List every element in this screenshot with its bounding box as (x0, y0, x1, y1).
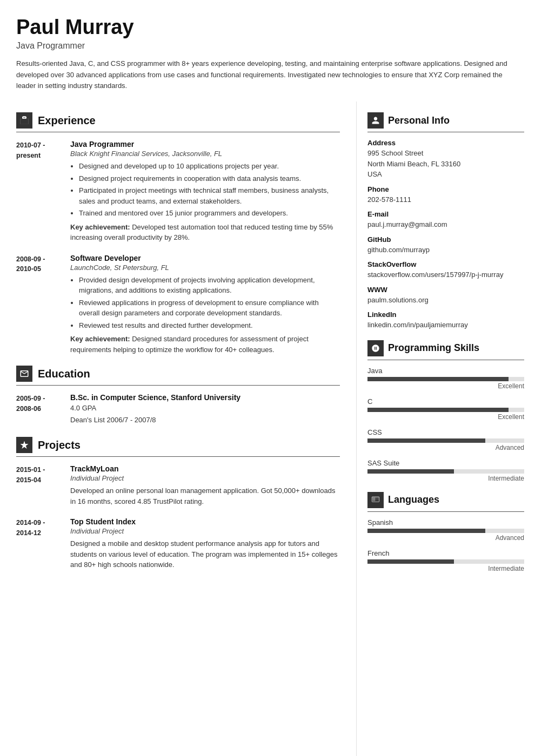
deans-list-1: Dean's List 2006/7 - 2007/8 (70, 415, 340, 426)
education-entry-1: 2005-09 - 2008-06 B.Sc. in Computer Scie… (16, 393, 340, 426)
project-type-2: Individual Project (70, 527, 340, 535)
company-1: Black Knight Financial Services, Jackson… (70, 150, 340, 158)
projects-icon (16, 437, 32, 453)
project-date-2: 2014-09 - 2014-12 (16, 517, 65, 570)
experience-entry-2: 2008-09 - 2010-05 Software Developer Lau… (16, 254, 340, 355)
project-body-1: TrackMyLoan Individual Project Developed… (70, 464, 340, 507)
candidate-title: Java Programmer (16, 41, 519, 51)
personal-email: E-mail paul.j.murray@gmail.com (367, 210, 524, 230)
skill-fill-css (367, 438, 485, 443)
bullets-1: Designed and developed up to 10 applicat… (70, 161, 340, 219)
project-title-2: Top Student Index (70, 517, 340, 526)
experience-date-2: 2008-09 - 2010-05 (16, 254, 65, 355)
experience-date-1: 2010-07 - present (16, 140, 65, 243)
experience-entry-1: 2010-07 - present Java Programmer Black … (16, 140, 340, 243)
education-date-1: 2005-09 - 2008-06 (16, 393, 65, 426)
personal-info-title: Personal Info (388, 115, 450, 126)
skill-fill-java (367, 377, 509, 381)
skills-section-header: Programming Skills (367, 340, 524, 360)
skill-bar-java (367, 377, 524, 381)
lang-bar-french (367, 559, 524, 564)
personal-address-label: Address 995 School StreetNorth Miami Bea… (367, 139, 524, 180)
skill-css: CSS Advanced (367, 428, 524, 451)
project-type-1: Individual Project (70, 474, 340, 482)
experience-section-header: Experience (16, 112, 340, 132)
personal-phone: Phone 202-578-1111 (367, 185, 524, 205)
skill-bar-css (367, 438, 524, 443)
skill-c: C Excellent (367, 397, 524, 421)
project-date-1: 2015-01 - 2015-04 (16, 464, 65, 507)
skill-bar-sas (367, 469, 524, 474)
skill-sas: SAS Suite Intermediate (367, 459, 524, 482)
key-achievement-1: Key achievement: Developed test automati… (70, 222, 340, 243)
bullet-1-4: Trained and mentored over 15 junior prog… (79, 208, 340, 219)
skills-icon (367, 340, 384, 356)
left-column: Experience 2010-07 - present Java Progra… (0, 102, 357, 756)
personal-github: GitHub github.com/murrayp (367, 235, 524, 255)
bullet-2-1: Provided design development of projects … (79, 275, 340, 296)
languages-section-header: Languages (367, 492, 524, 512)
skill-fill-sas (367, 469, 454, 474)
key-achievement-2: Key achievement: Designed standard proce… (70, 334, 340, 355)
personal-stackoverflow: StackOverflow stackoverflow.com/users/15… (367, 260, 524, 280)
personal-linkedin: LinkedIn linkedin.com/in/pauljamiemurray (367, 310, 524, 330)
resume-container: Paul Murray Java Programmer Results-orie… (0, 0, 535, 756)
projects-title: Projects (38, 439, 81, 451)
candidate-name: Paul Murray (16, 16, 519, 39)
gpa-1: 4.0 GPA (70, 403, 340, 414)
project-desc-1: Developed an online personal loan manage… (70, 485, 340, 507)
languages-icon (367, 492, 384, 508)
degree-1: B.Sc. in Computer Science, Stanford Univ… (70, 393, 340, 402)
personal-info-icon (367, 112, 384, 129)
experience-body-1: Java Programmer Black Knight Financial S… (70, 140, 340, 243)
personal-info-header: Personal Info (367, 112, 524, 132)
svg-rect-5 (23, 117, 26, 118)
education-title: Education (38, 368, 90, 380)
personal-address-value: 995 School StreetNorth Miami Beach, FL 3… (367, 148, 524, 180)
skill-java: Java Excellent (367, 367, 524, 390)
bullet-1-1: Designed and developed up to 10 applicat… (79, 161, 340, 172)
personal-www: WWW paulm.solutions.org (367, 286, 524, 306)
right-column: Personal Info Address 995 School StreetN… (357, 102, 535, 756)
lang-bar-spanish (367, 529, 524, 533)
project-title-1: TrackMyLoan (70, 464, 340, 473)
project-entry-2: 2014-09 - 2014-12 Top Student Index Indi… (16, 517, 340, 570)
project-entry-1: 2015-01 - 2015-04 TrackMyLoan Individual… (16, 464, 340, 507)
bullet-2-2: Reviewed applications in progress of dev… (79, 298, 340, 319)
skill-fill-c (367, 408, 509, 412)
project-body-2: Top Student Index Individual Project Des… (70, 517, 340, 570)
lang-spanish: Spanish Advanced (367, 518, 524, 542)
bullet-2-3: Reviewed test results and directed furth… (79, 320, 340, 331)
lang-fill-spanish (367, 529, 485, 533)
company-2: LaunchCode, St Petersburg, FL (70, 264, 340, 272)
bullets-2: Provided design development of projects … (70, 275, 340, 331)
job-title-2: Software Developer (70, 254, 340, 262)
projects-section-header: Projects (16, 437, 340, 457)
lang-french: French Intermediate (367, 549, 524, 572)
education-section-header: Education (16, 366, 340, 386)
svg-rect-4 (21, 118, 29, 124)
languages-title: Languages (388, 494, 439, 505)
education-body-1: B.Sc. in Computer Science, Stanford Univ… (70, 393, 340, 426)
experience-icon (16, 112, 32, 129)
lang-fill-french (367, 559, 454, 564)
candidate-summary: Results-oriented Java, C, and CSS progra… (16, 58, 519, 92)
project-desc-2: Designed a mobile and desktop student pe… (70, 538, 340, 570)
job-title-1: Java Programmer (70, 140, 340, 148)
experience-body-2: Software Developer LaunchCode, St Peters… (70, 254, 340, 355)
main-content: Experience 2010-07 - present Java Progra… (0, 102, 535, 756)
header-section: Paul Murray Java Programmer Results-orie… (0, 0, 535, 102)
bullet-1-2: Designed project requirements in coopera… (79, 173, 340, 184)
education-icon (16, 366, 32, 382)
skills-title: Programming Skills (388, 342, 479, 354)
bullet-1-3: Participated in project meetings with te… (79, 185, 340, 206)
skill-bar-c (367, 408, 524, 412)
experience-title: Experience (38, 114, 96, 127)
